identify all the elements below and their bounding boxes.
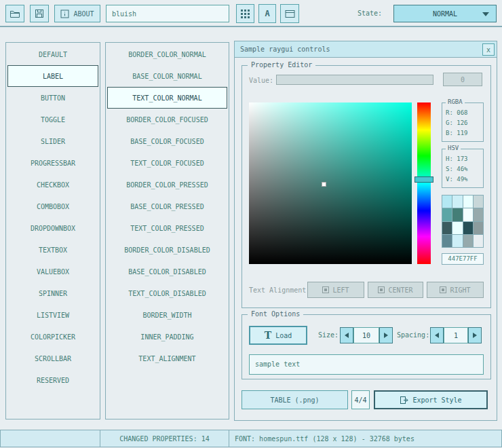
property-list-item[interactable]: TEXT_ALIGNMENT [107, 348, 227, 369]
toolbar: ABOUT A State: NORMAL [0, 0, 502, 27]
control-list-item[interactable]: SPINNER [7, 282, 98, 304]
control-list-item[interactable]: COMBOBOX [7, 195, 98, 217]
value-button[interactable]: 0 [443, 73, 482, 86]
align-left-button[interactable]: LEFT [307, 282, 364, 298]
property-list-item[interactable]: BASE_COLOR_DISABLED [107, 261, 227, 282]
chevron-down-icon [482, 12, 489, 16]
property-list-item[interactable]: INNER_PADDING [107, 326, 227, 348]
control-list-item[interactable]: PROGRESSBAR [7, 152, 98, 174]
letter-a-icon: A [265, 9, 269, 18]
property-list-item[interactable]: TEXT_COLOR_DISABLED [107, 282, 227, 304]
style-color-swatches [442, 195, 484, 248]
control-list-item[interactable]: DROPDOWNBOX [7, 217, 98, 239]
grid-icon [241, 10, 250, 18]
window-icon [285, 10, 295, 18]
value-slider[interactable] [276, 75, 433, 85]
control-list-item[interactable]: LABEL [7, 65, 98, 87]
close-icon[interactable]: x [482, 43, 495, 56]
sample-controls-window: Sample raygui controls x Property Editor… [234, 41, 497, 421]
control-list-item[interactable]: RESERVED [7, 369, 98, 391]
color-swatch[interactable] [463, 208, 473, 221]
about-button[interactable]: ABOUT [54, 5, 100, 22]
align-center-icon [378, 286, 385, 293]
control-list-item[interactable]: SLIDER [7, 130, 98, 152]
color-swatch[interactable] [452, 195, 462, 208]
hsv-panel: HSV H: 173 S: 46% V: 49% [442, 149, 484, 188]
color-swatch[interactable] [442, 208, 452, 221]
hex-color-value[interactable]: 447E77FF [442, 253, 484, 265]
style-table-button[interactable] [236, 4, 254, 23]
align-right-button[interactable]: RIGHT [427, 282, 484, 298]
spacing-increase-button[interactable] [468, 327, 482, 343]
hue-bar[interactable] [417, 102, 431, 264]
control-list-item[interactable]: TOGGLE [7, 109, 98, 130]
property-list-item[interactable]: BORDER_COLOR_PRESSED [107, 174, 227, 195]
chevron-right-icon [473, 333, 477, 338]
rgba-panel: RGBA R: 068 G: 126 B: 119 [442, 102, 484, 142]
control-list-item[interactable]: SCROLLBAR [7, 348, 98, 369]
property-list-item[interactable]: BORDER_WIDTH [107, 304, 227, 326]
sample-text-input[interactable]: sample text [249, 354, 484, 375]
size-decrease-button[interactable] [340, 327, 353, 343]
align-center-button[interactable]: CENTER [368, 282, 423, 298]
control-list-item[interactable]: TEXTBOX [7, 239, 98, 261]
folder-open-icon [9, 10, 20, 18]
font-spacing-value[interactable]: 1 [444, 327, 468, 343]
saturation-value-picker[interactable] [249, 102, 412, 264]
sample-window-title: Sample raygui controls [240, 45, 330, 53]
color-swatch[interactable] [463, 235, 473, 247]
size-increase-button[interactable] [379, 327, 393, 343]
state-dropdown-value: NORMAL [433, 10, 457, 18]
spacing-decrease-button[interactable] [430, 327, 444, 343]
state-dropdown[interactable]: NORMAL [393, 5, 497, 22]
color-swatch[interactable] [442, 222, 452, 234]
export-style-label: Export Style [412, 396, 461, 404]
property-list-item[interactable]: TEXT_COLOR_NORMAL [107, 87, 227, 109]
load-font-button[interactable]: T Load [249, 326, 307, 345]
color-swatch[interactable] [474, 208, 483, 221]
property-list-item[interactable]: BASE_COLOR_FOCUSED [107, 130, 227, 152]
statusbar-changed-properties: CHANGED PROPERTIES: 14 [100, 430, 229, 447]
export-format-button[interactable]: TABLE (.png) [242, 390, 348, 409]
color-swatch[interactable] [474, 235, 483, 247]
control-list-item[interactable]: LISTVIEW [7, 304, 98, 326]
save-style-button[interactable] [30, 5, 49, 22]
property-list-item[interactable]: BASE_COLOR_NORMAL [107, 65, 227, 87]
control-list-item[interactable]: VALUEBOX [7, 261, 98, 282]
color-swatch[interactable] [474, 222, 483, 234]
control-list-item[interactable]: CHECKBOX [7, 174, 98, 195]
color-swatch[interactable] [442, 235, 452, 247]
font-size-value[interactable]: 10 [353, 327, 379, 343]
color-swatch[interactable] [452, 222, 462, 234]
export-style-button[interactable]: Export Style [374, 390, 488, 409]
align-left-icon [322, 286, 329, 293]
hsv-s-value: S: 46% [442, 164, 483, 174]
control-list-item[interactable]: DEFAULT [7, 43, 98, 65]
hue-slider-handle[interactable] [414, 176, 433, 183]
color-swatch[interactable] [452, 208, 462, 221]
window-preview-button[interactable] [280, 4, 299, 23]
color-swatch[interactable] [452, 235, 462, 247]
property-list-item[interactable]: BASE_COLOR_PRESSED [107, 195, 227, 217]
property-list-item[interactable]: TEXT_COLOR_FOCUSED [107, 152, 227, 174]
property-list-item[interactable]: TEXT_COLOR_PRESSED [107, 217, 227, 239]
control-list-item[interactable]: COLORPICKER [7, 326, 98, 348]
font-atlas-button[interactable]: A [258, 4, 276, 23]
properties-list: BORDER_COLOR_NORMALBASE_COLOR_NORMALTEXT… [105, 42, 229, 419]
color-swatch[interactable] [442, 195, 452, 208]
property-list-item[interactable]: BORDER_COLOR_NORMAL [107, 43, 227, 65]
open-style-button[interactable] [5, 5, 24, 22]
property-list-item[interactable]: BORDER_COLOR_FOCUSED [107, 109, 227, 130]
style-name-input[interactable] [106, 5, 229, 22]
align-right-icon [440, 286, 446, 293]
value-label: Value: [249, 76, 273, 86]
color-swatch[interactable] [463, 222, 473, 234]
rgba-r-value: R: 068 [442, 108, 483, 118]
hsv-v-value: V: 49% [442, 174, 483, 185]
color-swatch[interactable] [474, 195, 483, 208]
property-list-item[interactable]: BORDER_COLOR_DISABLED [107, 239, 227, 261]
color-picker-cursor[interactable] [322, 182, 326, 187]
color-swatch[interactable] [463, 195, 473, 208]
export-ratio-value[interactable]: 4/4 [351, 390, 370, 409]
control-list-item[interactable]: BUTTON [7, 87, 98, 109]
